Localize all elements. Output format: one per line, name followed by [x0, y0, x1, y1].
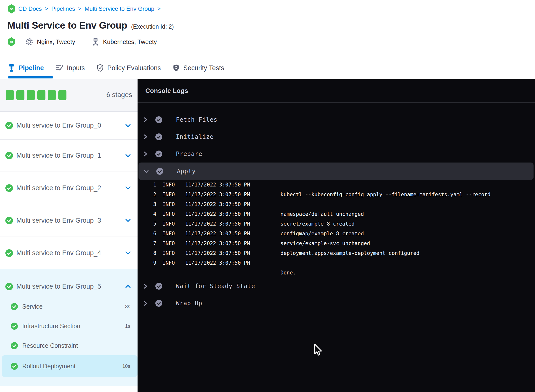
log-message: deployment.apps/example-deployment confi… — [280, 250, 419, 256]
log-timestamp: 11/17/2022 3:07:50 PM — [185, 240, 263, 246]
console-section-apply[interactable]: Apply — [139, 163, 534, 180]
chevron-down-icon[interactable] — [124, 249, 132, 257]
sidebar-item-stage-3[interactable]: Multi service to Env Group_3 — [0, 204, 138, 237]
service-item: Nginx, Tweety — [25, 38, 75, 46]
sidebar-step-resource-constraint[interactable]: Resource Constraint — [0, 336, 138, 355]
sidebar-step-rollout-deployment[interactable]: Rollout Deployment10s — [0, 355, 138, 377]
stage-sidebar: 6 stages Multi service to Env Group_0Mul… — [0, 79, 138, 392]
log-message: kubectl --kubeconfig=config apply --file… — [280, 192, 491, 197]
success-check-icon — [5, 122, 13, 129]
console-section-prepare[interactable]: Prepare — [138, 145, 535, 163]
sidebar-item-stage-1[interactable]: Multi service to Env Group_1 — [0, 140, 138, 172]
stage-progress-squares — [6, 90, 66, 100]
inputs-icon — [56, 64, 64, 72]
sidebar-step-service[interactable]: Service3s — [0, 297, 138, 316]
log-level: INFO — [162, 211, 179, 217]
chevron-right-icon[interactable] — [142, 151, 148, 157]
success-check-icon — [5, 152, 13, 159]
chevron-down-icon[interactable] — [124, 152, 132, 159]
breadcrumb-link[interactable]: CD Docs — [18, 5, 42, 12]
page-title-row: Multi Service to Env Group (Execution Id… — [7, 20, 174, 31]
breadcrumb: ∞ CD Docs>Pipelines>Multi Service to Env… — [7, 3, 161, 14]
console-section-fetch-files[interactable]: Fetch Files — [138, 111, 535, 128]
step-label: Infrastructure Section — [22, 323, 80, 330]
log-line: 4INFO11/17/2022 3:07:50 PMnamespace/defa… — [138, 209, 535, 219]
breadcrumb-separator: > — [157, 6, 161, 12]
chevron-right-icon[interactable] — [142, 300, 148, 306]
console-section-wrap-up[interactable]: Wrap Up — [138, 295, 535, 312]
execution-id-label: (Execution Id: 2) — [131, 23, 174, 30]
environment-icon — [91, 37, 100, 46]
sidebar-item-stage-2[interactable]: Multi service to Env Group_2 — [0, 172, 138, 204]
log-timestamp: 11/17/2022 3:07:50 PM — [185, 221, 263, 227]
log-line-number: 4 — [138, 211, 156, 217]
stage-progress-square — [58, 90, 66, 100]
step-success-check-icon — [155, 299, 163, 307]
tab-security-tests[interactable]: Security Tests — [172, 64, 224, 72]
log-line-number: 1 — [138, 182, 156, 188]
log-timestamp: 11/17/2022 3:07:50 PM — [185, 211, 263, 217]
chevron-down-icon[interactable] — [124, 184, 132, 192]
step-duration: 10s — [122, 363, 130, 369]
tab-pipeline[interactable]: Pipeline — [8, 64, 44, 72]
log-line: 9INFO11/17/2022 3:07:50 PM — [138, 258, 535, 268]
log-level: INFO — [162, 201, 179, 207]
console-section-label: Fetch Files — [176, 116, 217, 123]
console-section-wait-for-steady-state[interactable]: Wait for Steady State — [138, 278, 535, 295]
tab-label: Inputs — [67, 64, 85, 72]
breadcrumb-link[interactable]: Pipelines — [51, 5, 75, 12]
pipeline-icon — [8, 64, 15, 72]
chevron-right-icon[interactable] — [142, 283, 148, 289]
active-tab-underline — [8, 76, 53, 78]
console-logs-panel: Console Logs Fetch FilesInitializePrepar… — [138, 79, 535, 392]
page-title: Multi Service to Env Group — [7, 20, 127, 31]
step-success-check-icon — [155, 133, 163, 141]
step-success-check-icon — [155, 150, 163, 158]
log-level: INFO — [162, 221, 179, 227]
step-duration: 1s — [125, 323, 130, 329]
log-line-number: 8 — [138, 250, 156, 256]
step-success-check-icon — [156, 167, 164, 175]
log-timestamp: 11/17/2022 3:07:50 PM — [185, 192, 263, 197]
step-success-check-icon — [155, 116, 163, 124]
console-section-label: Initialize — [176, 133, 214, 140]
tab-policy-evaluations[interactable]: Policy Evaluations — [96, 64, 161, 72]
sidebar-item-stage-4[interactable]: Multi service to Env Group_4 — [0, 237, 138, 269]
stage-progress-square — [48, 90, 56, 100]
shield-check-icon — [96, 64, 104, 72]
log-timestamp: 11/17/2022 3:07:50 PM — [185, 231, 263, 237]
chevron-up-icon[interactable] — [124, 283, 132, 290]
log-message: secret/example-8 created — [280, 221, 354, 227]
log-timestamp: 11/17/2022 3:07:50 PM — [185, 250, 263, 256]
stage-label: Multi service to Env Group_2 — [16, 184, 101, 192]
sidebar-item-stage-0[interactable]: Multi service to Env Group_0 — [0, 112, 138, 140]
chevron-right-icon[interactable] — [142, 117, 148, 123]
log-level: INFO — [162, 192, 179, 197]
console-header: Console Logs — [138, 79, 535, 103]
stage-progress-square — [27, 90, 35, 100]
sidebar-item-stage-5[interactable]: Multi service to Env Group_5 — [0, 276, 138, 297]
step-duration: 3s — [125, 304, 130, 309]
stage-progress-square — [37, 90, 45, 100]
console-log-lines: 1INFO11/17/2022 3:07:50 PM2INFO11/17/202… — [138, 180, 535, 278]
log-line-number: 9 — [138, 260, 156, 266]
success-check-icon — [5, 184, 13, 192]
chevron-down-icon[interactable] — [143, 169, 149, 174]
stage-label: Multi service to Env Group_1 — [16, 152, 101, 159]
breadcrumb-link[interactable]: Multi Service to Env Group — [85, 5, 154, 12]
chevron-right-icon[interactable] — [142, 134, 148, 140]
step-label: Rollout Deployment — [22, 363, 75, 370]
log-message: namespace/default unchanged — [280, 211, 364, 217]
service-label: Nginx, Tweety — [37, 38, 75, 45]
console-section-initialize[interactable]: Initialize — [138, 128, 535, 145]
stage-progress-square — [6, 90, 14, 100]
stage-label: Multi service to Env Group_5 — [16, 283, 101, 290]
success-check-icon — [11, 303, 18, 310]
log-line: 8INFO11/17/2022 3:07:50 PMdeployment.app… — [138, 248, 535, 258]
console-section-label: Wrap Up — [176, 300, 202, 307]
chevron-down-icon[interactable] — [124, 217, 132, 224]
step-label: Resource Constraint — [22, 342, 78, 349]
sidebar-step-infrastructure-section[interactable]: Infrastructure Section1s — [0, 316, 138, 336]
tab-inputs[interactable]: Inputs — [56, 64, 85, 72]
chevron-down-icon[interactable] — [124, 122, 132, 129]
